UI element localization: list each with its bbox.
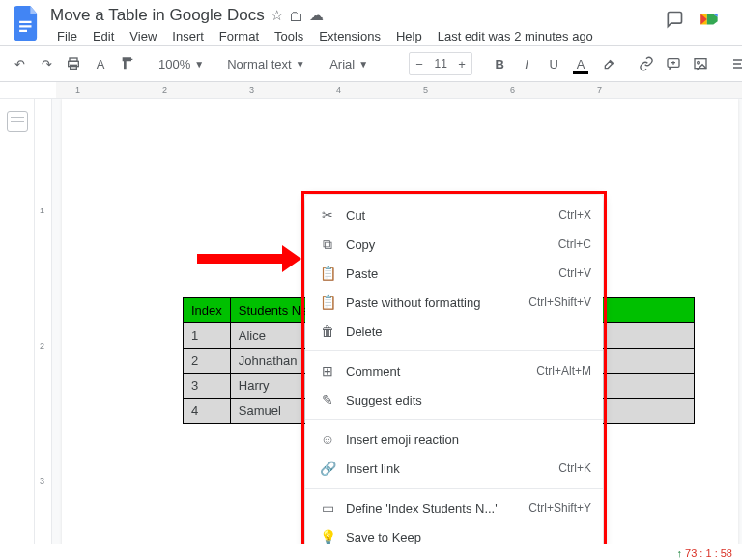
menu-separator [305,350,603,351]
ctx-comment[interactable]: ⊞CommentCtrl+Alt+M [305,356,603,385]
toolbar: ↶ ↷ A 100%▼ Normal text▼ Arial▼ − 11 + B… [0,45,742,82]
menu-extensions[interactable]: Extensions [312,27,387,45]
menu-tools[interactable]: Tools [268,27,310,45]
define-icon: ▭ [317,500,338,516]
ruler-tick: 2 [162,85,167,95]
menu-separator [305,488,603,489]
ruler-tick: 3 [249,85,254,95]
ctx-copy[interactable]: ⧉CopyCtrl+C [305,230,603,259]
font-size-value[interactable]: 11 [429,57,452,70]
cloud-status-icon[interactable]: ☁ [309,7,324,24]
ctx-suggest[interactable]: ✎Suggest edits [305,385,603,414]
menu-view[interactable]: View [123,27,163,45]
comments-history-icon[interactable] [663,8,686,31]
star-icon[interactable]: ☆ [271,7,283,24]
header: Move a Table in Google Docs ☆ 🗀 ☁ File E… [0,0,742,45]
font-select[interactable]: Arial▼ [326,57,393,71]
copy-icon: ⧉ [317,237,338,253]
text-color-button[interactable]: A [569,51,592,76]
ctx-link[interactable]: 🔗Insert linkCtrl+K [305,454,603,483]
spellcheck-button[interactable]: A [89,51,112,76]
zoom-select[interactable]: 100%▼ [155,57,208,71]
th-index[interactable]: Index [184,298,231,323]
undo-button[interactable]: ↶ [8,51,31,76]
ctx-paste-plain[interactable]: 📋Paste without formattingCtrl+Shift+V [305,288,603,317]
svg-rect-2 [19,30,27,32]
insert-comment-button[interactable] [662,51,685,76]
insert-image-button[interactable] [689,51,712,76]
ctx-emoji[interactable]: ☺Insert emoji reaction [305,425,603,454]
meet-icon[interactable] [696,6,723,33]
ctx-cut[interactable]: ✂CutCtrl+X [305,201,603,230]
annotation-arrow-icon [197,254,284,264]
menu-format[interactable]: Format [213,27,266,45]
last-edit-link[interactable]: Last edit was 2 minutes ago [431,27,600,45]
menu-separator [305,419,603,420]
comment-icon: ⊞ [317,363,338,378]
align-button[interactable] [728,51,742,76]
svg-rect-1 [19,25,31,27]
ruler-tick: 4 [336,85,341,95]
page-area: Index Students Name ... er 1Alice 2Johna… [52,99,742,544]
highlight-color-button[interactable] [596,51,619,76]
link-icon: 🔗 [317,461,338,476]
cut-icon: ✂ [317,208,338,223]
outline-icon[interactable] [7,111,28,132]
font-size-stepper: − 11 + [409,52,472,75]
redo-button[interactable]: ↷ [35,51,58,76]
context-menu: ✂CutCtrl+X ⧉CopyCtrl+C 📋PasteCtrl+V 📋Pas… [305,195,603,544]
ruler-tick: 6 [510,85,515,95]
menu-help[interactable]: Help [389,27,429,45]
svg-point-9 [698,61,700,64]
ctx-paste[interactable]: 📋PasteCtrl+V [305,259,603,288]
menu-insert[interactable]: Insert [165,27,211,45]
doc-title[interactable]: Move a Table in Google Docs [50,6,265,25]
workspace: 1 2 3 Index Students Name ... er 1Alice … [0,99,742,544]
paste-icon: 📋 [317,266,338,281]
status-text: ↑ 73 : 1 : 58 [677,547,733,559]
print-button[interactable] [62,51,85,76]
insert-link-button[interactable] [635,51,658,76]
ruler-tick: 7 [597,85,602,95]
ruler-tick: 5 [423,85,428,95]
trash-icon: 🗑 [317,323,338,339]
menu-file[interactable]: File [50,27,84,45]
move-folder-icon[interactable]: 🗀 [289,8,303,24]
paragraph-style-select[interactable]: Normal text▼ [223,57,310,71]
ruler-tick: 1 [75,85,80,95]
emoji-icon: ☺ [317,432,338,447]
ctx-keep[interactable]: 💡Save to Keep [305,522,603,544]
menubar: File Edit View Insert Format Tools Exten… [50,27,663,45]
suggest-icon: ✎ [317,392,338,407]
ctx-define[interactable]: ▭Define 'Index Students N...'Ctrl+Shift+… [305,493,603,522]
paint-format-button[interactable] [116,51,139,76]
menu-edit[interactable]: Edit [86,27,121,45]
paste-plain-icon: 📋 [317,294,338,310]
horizontal-ruler[interactable]: 1 2 3 4 5 6 7 [0,82,742,99]
underline-button[interactable]: U [542,51,565,76]
ctx-delete[interactable]: 🗑Delete [305,317,603,346]
docs-logo[interactable] [10,6,44,41]
bold-button[interactable]: B [488,51,511,76]
svg-rect-6 [71,65,77,69]
font-size-increase[interactable]: + [452,57,471,71]
italic-button[interactable]: I [515,51,538,76]
svg-rect-0 [19,21,31,23]
vertical-ruler[interactable]: 1 2 3 [35,99,52,544]
keep-icon: 💡 [317,529,338,544]
font-size-decrease[interactable]: − [410,57,429,71]
left-rail [0,99,35,544]
